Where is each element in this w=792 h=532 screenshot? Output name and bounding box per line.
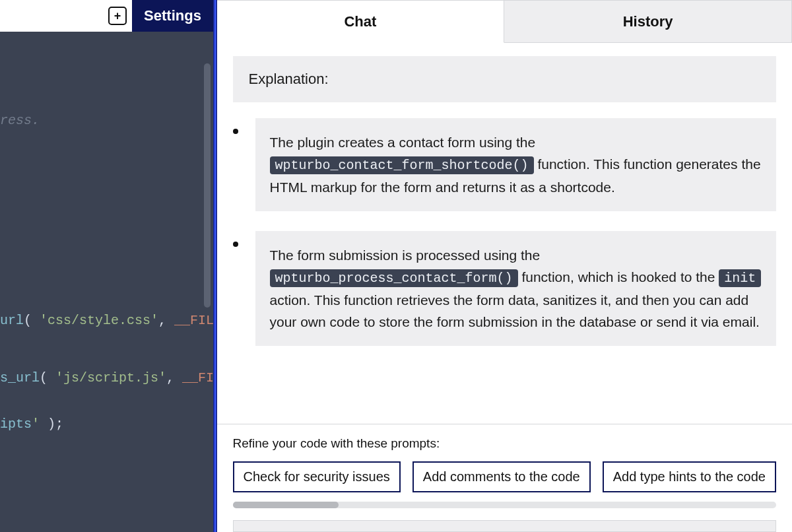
code-token: __FILE_ xyxy=(174,313,213,328)
tab-history[interactable]: History xyxy=(504,1,792,43)
explanation-text: The plugin creates a contact form using … xyxy=(255,118,777,211)
text-span: action. This function retrieves the form… xyxy=(270,292,760,329)
text-span: The form submission is processed using t… xyxy=(270,248,541,263)
code-token: , xyxy=(166,370,182,385)
code-token: ' xyxy=(32,416,40,432)
chat-footer: Refine your code with these prompts: Che… xyxy=(217,424,793,520)
code-line: s_url( 'js/script.js', __FILE_ xyxy=(0,368,213,387)
code-token: url xyxy=(0,313,24,328)
explanation-text: The form submission is processed using t… xyxy=(255,231,777,346)
code-token: ( xyxy=(24,313,40,328)
chat-input[interactable] xyxy=(233,520,777,532)
code-token: ress. xyxy=(0,113,40,128)
prompt-chip-comments[interactable]: Add comments to the code xyxy=(412,461,591,492)
explanation-heading: Explanation: xyxy=(233,56,777,102)
code-editor-pane: + Settings ress. url( 'css/style.css', _… xyxy=(0,0,213,532)
code-token: ipts xyxy=(0,416,32,432)
horizontal-scrollbar[interactable] xyxy=(233,502,777,508)
scrollbar-thumb[interactable] xyxy=(233,502,339,508)
chat-pane: Chat History Explanation: The plugin cre… xyxy=(217,0,793,532)
code-line: ipts' ); xyxy=(0,415,63,434)
code-token: 'css/style.css' xyxy=(40,313,158,328)
code-token: ); xyxy=(40,416,63,432)
plus-icon: + xyxy=(114,9,121,23)
code-token: __FILE_ xyxy=(182,370,213,385)
editor-toolbar: + Settings xyxy=(0,0,213,32)
tab-chat[interactable]: Chat xyxy=(217,1,505,43)
code-token: ( xyxy=(40,370,55,385)
explanation-bullet: The plugin creates a contact form using … xyxy=(233,118,777,211)
text-span: The plugin creates a contact form using … xyxy=(270,135,536,150)
bullet-icon xyxy=(233,129,238,134)
inline-code: init xyxy=(719,269,761,287)
prompt-chip-security[interactable]: Check for security issues xyxy=(233,461,401,492)
bullet-icon xyxy=(233,242,238,247)
settings-button[interactable]: Settings xyxy=(132,0,213,32)
chat-body[interactable]: Explanation: The plugin creates a contac… xyxy=(217,43,793,424)
code-token: , xyxy=(158,313,174,328)
text-span: function, which is hooked to the xyxy=(521,269,719,284)
code-line: url( 'css/style.css', __FILE_ xyxy=(0,311,213,330)
chat-tabs: Chat History xyxy=(217,1,793,43)
explanation-bullet: The form submission is processed using t… xyxy=(233,231,777,346)
code-token: 'js/script.js' xyxy=(55,370,166,385)
inline-code: wpturbo_contact_form_shortcode() xyxy=(270,156,534,174)
new-file-button[interactable]: + xyxy=(108,7,127,25)
inline-code: wpturbo_process_contact_form() xyxy=(270,269,518,287)
prompt-chips-row: Check for security issues Add comments t… xyxy=(233,461,777,492)
vertical-scrollbar[interactable] xyxy=(204,63,211,308)
refine-label: Refine your code with these prompts: xyxy=(233,436,777,451)
code-area[interactable]: ress. url( 'css/style.css', __FILE_ s_ur… xyxy=(0,32,213,532)
prompt-chip-typehints[interactable]: Add type hints to the code xyxy=(603,461,776,492)
code-token: s_url xyxy=(0,370,40,385)
code-line: ress. xyxy=(0,111,40,130)
